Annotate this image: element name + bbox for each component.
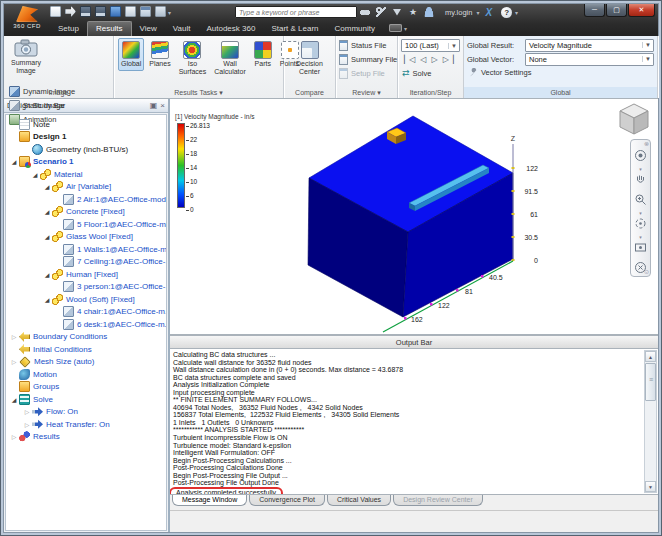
- tree-item-concrete-fixed[interactable]: ◢Concrete [Fixed]: [6, 206, 166, 219]
- tree-item-initial-conditions[interactable]: Initial Conditions: [6, 343, 166, 356]
- tree-item-4-chair-1-aec-office-m[interactable]: 4 chair:1@AEC-Office-m...: [6, 306, 166, 319]
- orbit-icon[interactable]: [634, 216, 647, 234]
- navbar-menu-icon[interactable]: ⊙: [644, 269, 649, 275]
- open-icon[interactable]: [65, 6, 76, 17]
- menu-tab-setup[interactable]: Setup: [50, 22, 87, 36]
- customize-icon[interactable]: [155, 6, 166, 17]
- look-at-icon[interactable]: [634, 240, 647, 258]
- new-file-icon[interactable]: [50, 6, 61, 17]
- tree-item-wood-soft-fixed[interactable]: ◢Wood (Soft) [Fixed]: [6, 293, 166, 306]
- tab-message-window[interactable]: Message Window: [172, 495, 247, 506]
- step-last-button[interactable]: ▷▕: [443, 55, 453, 64]
- collapse-arrow-icon[interactable]: ◢: [9, 396, 19, 403]
- help-dropdown-icon[interactable]: ▾: [515, 9, 518, 16]
- menu-tab-results[interactable]: Results: [87, 21, 132, 36]
- help-icon[interactable]: ?: [501, 7, 512, 18]
- expand-arrow-icon[interactable]: ▷: [9, 333, 19, 340]
- tree-item-scenario-1[interactable]: ◢Scenario 1: [6, 156, 166, 169]
- sign-in-button[interactable]: my.login: [445, 8, 472, 17]
- output-scrollbar[interactable]: ▲ ▼: [644, 350, 657, 493]
- zoom-dropdown-icon[interactable]: ▾: [639, 211, 642, 215]
- view-cube[interactable]: [617, 101, 651, 141]
- close-panel-icon[interactable]: ×: [160, 102, 165, 110]
- minimize-button[interactable]: ─: [584, 4, 605, 17]
- static-image-button[interactable]: Static Image: [9, 98, 75, 112]
- key-icon[interactable]: [376, 7, 386, 17]
- solve-button[interactable]: ⇄ Solve: [401, 66, 460, 80]
- status-icon[interactable]: [140, 6, 151, 17]
- summary-image-button[interactable]: Summary Image: [7, 38, 45, 84]
- send-icon[interactable]: [392, 7, 402, 17]
- tree-item-design-1[interactable]: Design 1: [6, 131, 166, 144]
- close-button[interactable]: ✕: [628, 4, 655, 17]
- redo-menu-icon[interactable]: [125, 6, 136, 17]
- binoculars-icon[interactable]: [360, 7, 370, 17]
- collapse-arrow-icon[interactable]: ◢: [42, 271, 52, 278]
- global-button[interactable]: Global: [118, 38, 144, 71]
- star-icon[interactable]: ★: [408, 7, 418, 17]
- menu-overflow-arrow-icon[interactable]: ▾: [404, 25, 407, 32]
- tree-item-5-floor-1-aec-office-m[interactable]: 5 Floor:1@AEC-Office-m...: [6, 218, 166, 231]
- tree-item-air-variable[interactable]: ◢Air [Variable]: [6, 181, 166, 194]
- decision-center-button[interactable]: Decision Center: [287, 38, 332, 79]
- tree-item-results[interactable]: ▷Results: [6, 431, 166, 444]
- global-result-select[interactable]: Velocity Magnitude▼: [525, 39, 654, 52]
- expand-arrow-icon[interactable]: ▷: [9, 358, 19, 365]
- step-first-button[interactable]: ▏◁: [404, 55, 414, 64]
- navbar-close-icon[interactable]: ⊗: [644, 141, 649, 147]
- tab-convergence-plot[interactable]: Convergence Plot: [249, 495, 325, 506]
- status-file-button[interactable]: Status File: [339, 38, 394, 52]
- menu-tab-vault[interactable]: Vault: [165, 22, 199, 36]
- exchange-apps-icon[interactable]: X: [485, 7, 492, 18]
- menu-tab-start-learn[interactable]: Start & Learn: [263, 22, 326, 36]
- tree-item-flow-on[interactable]: ▷Flow: On: [6, 406, 166, 419]
- expand-arrow-icon[interactable]: ▷: [9, 433, 19, 440]
- output-bar-header[interactable]: Output Bar: [170, 335, 658, 349]
- results-tasks-group-label[interactable]: Results Tasks ▾: [114, 87, 283, 98]
- social-media-icon[interactable]: [389, 24, 402, 32]
- tree-item-geometry-inch-btu-s[interactable]: Geometry (inch-BTU/s): [6, 143, 166, 156]
- maximize-button[interactable]: ▢: [606, 4, 627, 17]
- tree-item-1-walls-1-aec-office-m[interactable]: 1 Walls:1@AEC-Office-m...: [6, 243, 166, 256]
- parts-button[interactable]: Parts: [251, 38, 275, 71]
- summary-file-button[interactable]: Summary File: [339, 52, 394, 66]
- zoom-icon[interactable]: [634, 192, 647, 210]
- step-back-button[interactable]: ◁: [420, 55, 425, 64]
- vector-settings-button[interactable]: Vector Settings: [467, 66, 654, 79]
- viewport-3d[interactable]: Z 122 91.5 61 30.5 0: [170, 99, 658, 335]
- iteration-select[interactable]: 100 (Last) ▼: [401, 39, 460, 52]
- navigation-wheel-icon[interactable]: [634, 148, 647, 166]
- tree-item-human-fixed[interactable]: ◢Human [Fixed]: [6, 268, 166, 281]
- review-group-label[interactable]: Review ▾: [336, 87, 397, 98]
- tree-item-3-person-1-aec-office[interactable]: 3 person:1@AEC-Office-...: [6, 281, 166, 294]
- undo-menu-icon[interactable]: [110, 6, 121, 17]
- tree-item-boundary-conditions[interactable]: ▷Boundary Conditions: [6, 331, 166, 344]
- tree-item-solve[interactable]: ◢Solve: [6, 393, 166, 406]
- planes-button[interactable]: Planes: [146, 38, 173, 71]
- pan-icon[interactable]: [634, 172, 647, 190]
- global-vector-select[interactable]: None▼: [525, 53, 654, 66]
- scrollbar-thumb[interactable]: [645, 363, 656, 401]
- scroll-down-icon[interactable]: ▼: [645, 481, 656, 492]
- iso-surfaces-button[interactable]: Iso Surfaces: [176, 38, 210, 79]
- tree-item-6-desk-1-aec-office-m[interactable]: 6 desk:1@AEC-Office-m...: [6, 318, 166, 331]
- step-forward-button[interactable]: ▷: [431, 55, 436, 64]
- qat-overflow-arrow-icon[interactable]: ▾: [168, 9, 171, 16]
- tree-item-heat-transfer-on[interactable]: ▷Heat Transfer: On: [6, 418, 166, 431]
- collapse-arrow-icon[interactable]: ◢: [42, 233, 52, 240]
- tree-item-2-air-1-aec-office-mod[interactable]: 2 Air:1@AEC-Office-mod...: [6, 193, 166, 206]
- scroll-up-icon[interactable]: ▲: [645, 351, 656, 362]
- tree-item-motion[interactable]: Motion: [6, 368, 166, 381]
- wall-calculator-button[interactable]: Wall Calculator: [211, 38, 249, 79]
- login-dropdown-icon[interactable]: ▾: [476, 9, 479, 16]
- menu-tab-view[interactable]: View: [132, 22, 165, 36]
- orbit-dropdown-icon[interactable]: ▾: [639, 235, 642, 239]
- menu-tab-autodesk-360[interactable]: Autodesk 360: [198, 22, 263, 36]
- save-as-icon[interactable]: [95, 6, 106, 17]
- tree-item-glass-wool-fixed[interactable]: ◢Glass Wool [Fixed]: [6, 231, 166, 244]
- expand-arrow-icon[interactable]: ▷: [22, 408, 32, 415]
- application-menu-button[interactable]: 360 CFD: [7, 6, 47, 34]
- tree-item-groups[interactable]: Groups: [6, 381, 166, 394]
- collapse-arrow-icon[interactable]: ◢: [9, 158, 19, 165]
- user-icon[interactable]: [424, 7, 434, 17]
